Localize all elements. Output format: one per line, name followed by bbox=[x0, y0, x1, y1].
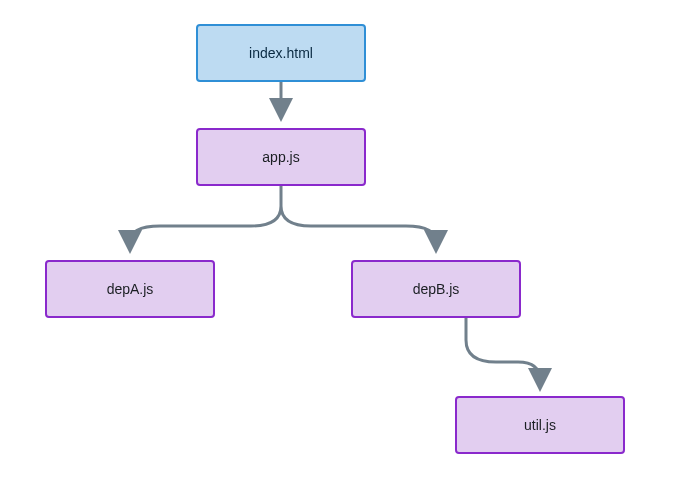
node-label: index.html bbox=[249, 45, 313, 61]
edge-depB-to-util bbox=[466, 318, 540, 380]
node-depA-js: depA.js bbox=[45, 260, 215, 318]
edge-app-branch bbox=[130, 186, 436, 242]
node-depB-js: depB.js bbox=[351, 260, 521, 318]
node-label: depA.js bbox=[107, 281, 154, 297]
node-util-js: util.js bbox=[455, 396, 625, 454]
node-app-js: app.js bbox=[196, 128, 366, 186]
node-label: depB.js bbox=[413, 281, 460, 297]
node-label: util.js bbox=[524, 417, 556, 433]
node-index-html: index.html bbox=[196, 24, 366, 82]
node-label: app.js bbox=[262, 149, 299, 165]
